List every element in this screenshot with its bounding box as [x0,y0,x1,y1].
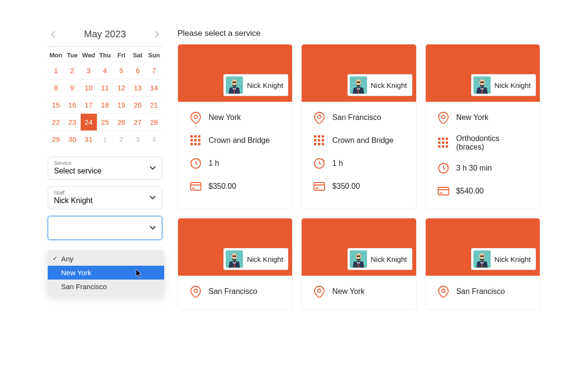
price-card-icon [189,180,202,193]
calendar-day[interactable]: 3 [129,131,146,148]
service-location: San Francisco [332,113,381,122]
calendar-day[interactable]: 2 [113,131,129,148]
location-pin-icon [437,285,450,298]
calendar-day[interactable]: 3 [81,62,97,79]
calendar-day[interactable]: 31 [81,131,97,148]
calendar-day[interactable]: 20 [129,97,146,114]
avatar [226,76,243,94]
service-card[interactable]: Nick KnightSan Francisco [425,218,540,310]
service-duration: 1 h [209,159,219,168]
calendar-day[interactable]: 29 [48,131,64,148]
calendar-day[interactable]: 27 [129,114,146,131]
calendar-day[interactable]: 7 [146,62,162,79]
card-body: New YorkCrown and Bridge1 h$350.00 [178,102,292,204]
avatar [473,250,491,268]
staff-badge: Nick Knight [347,74,412,96]
service-select-label: Service [54,160,156,166]
staff-name: Nick Knight [371,81,407,89]
calendar-day[interactable]: 28 [146,114,162,131]
calendar-day[interactable]: 2 [64,62,80,79]
staff-badge: Nick Knight [347,248,412,270]
card-hero: Nick Knight [426,218,540,276]
clock-icon [189,157,202,170]
calendar-day[interactable]: 14 [146,79,162,97]
calendar-day[interactable]: 4 [146,131,162,148]
staff-select-label: Staff [54,190,156,195]
calendar-day[interactable]: 4 [97,62,113,79]
calendar-day[interactable]: 25 [97,114,113,131]
service-location: San Francisco [209,287,257,296]
staff-badge: Nick Knight [471,74,536,96]
location-pin-icon [437,111,450,124]
prev-month-button[interactable] [48,29,58,40]
location-select[interactable] [48,216,162,240]
calendar-day[interactable]: 6 [129,62,146,79]
calendar-day[interactable]: 24 [81,114,97,131]
service-select[interactable]: Service Select service [48,157,162,180]
service-grid-icon [437,137,450,149]
calendar-day[interactable]: 15 [48,97,64,114]
calendar-day[interactable]: 8 [48,79,64,97]
location-option[interactable]: San Francisco [48,280,164,293]
location-pin-icon [189,285,202,298]
calendar-day[interactable]: 13 [129,79,146,97]
service-card[interactable]: Nick KnightNew YorkOrthodontics (braces)… [425,44,540,209]
card-body: San FranciscoCrown and Bridge1 h$350.00 [302,102,416,204]
card-body: New York [302,276,416,309]
calendar-day[interactable]: 21 [146,97,162,114]
next-month-button[interactable] [152,29,162,40]
calendar-weekday: Mon [48,47,64,62]
calendar-day[interactable]: 10 [81,79,97,97]
calendar-day[interactable]: 1 [48,62,64,79]
card-hero: Nick Knight [178,44,292,102]
service-card[interactable]: Nick KnightSan Francisco [178,218,293,310]
location-option[interactable]: Any [48,252,164,266]
service-card[interactable]: Nick KnightNew YorkCrown and Bridge1 h$3… [178,44,293,209]
calendar-day[interactable]: 30 [64,131,80,148]
calendar-day[interactable]: 23 [64,114,80,131]
avatar [350,250,367,268]
staff-select[interactable]: Staff Nick Knight [48,186,162,209]
card-hero: Nick Knight [178,218,292,276]
calendar-day[interactable]: 19 [113,97,129,114]
service-card[interactable]: Nick KnightNew York [301,218,416,310]
calendar-day[interactable]: 12 [113,79,129,97]
calendar-day[interactable]: 22 [48,114,64,131]
calendar-day[interactable]: 11 [97,79,113,97]
calendar-day[interactable]: 26 [113,114,129,131]
staff-name: Nick Knight [371,255,407,263]
page-heading: Please select a service [178,29,540,38]
calendar-month-title: May 2023 [84,29,126,40]
calendar-day[interactable]: 5 [113,62,129,79]
calendar-day[interactable]: 16 [64,97,80,114]
card-hero: Nick Knight [302,218,416,276]
calendar-day[interactable]: 17 [81,97,97,114]
calendar-day[interactable]: 1 [97,131,113,148]
avatar [226,250,243,268]
avatar [350,76,367,94]
service-location: New York [456,113,489,122]
staff-name: Nick Knight [494,255,531,263]
service-name: Crown and Bridge [332,136,393,145]
location-pin-icon [189,111,202,124]
calendar-day[interactable]: 18 [97,97,113,114]
calendar-day[interactable]: 9 [64,79,80,97]
staff-name: Nick Knight [494,81,531,89]
service-name: Crown and Bridge [209,136,270,145]
location-pin-icon [313,111,326,124]
service-card[interactable]: Nick KnightSan FranciscoCrown and Bridge… [301,44,416,209]
calendar-weekday: Sat [129,47,146,62]
staff-select-value: Nick Knight [54,196,156,205]
staff-badge: Nick Knight [471,248,536,270]
service-name: Orthodontics (braces) [456,134,528,151]
staff-name: Nick Knight [247,255,283,263]
chevron-down-icon [149,164,156,173]
card-body: New YorkOrthodontics (braces)3 h 30 min$… [426,102,540,209]
service-price: $540.00 [456,187,484,195]
service-location: San Francisco [456,287,505,296]
service-duration: 1 h [332,159,343,168]
main-content: Please select a service Nick KnightNew Y… [178,29,540,310]
service-grid-icon [189,134,202,147]
location-option[interactable]: New York [48,266,164,280]
clock-icon [437,162,450,174]
